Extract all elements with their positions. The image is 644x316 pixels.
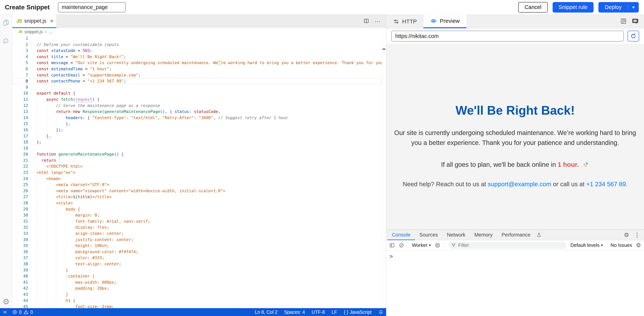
search-icon[interactable] — [2, 37, 10, 46]
devtools-tab-network[interactable]: Network — [442, 230, 470, 240]
code-line-31[interactable]: 31font-family: Arial, sans-serif; — [12, 218, 382, 225]
docs-book-icon[interactable] — [620, 18, 627, 25]
code-line-42[interactable]: 42padding: 20px; — [12, 285, 382, 291]
console-output[interactable]: > — [386, 250, 644, 316]
code-line-12[interactable]: 12// Serve the maintenance page as a res… — [12, 103, 382, 109]
devtools-tab-performance[interactable]: Performance — [497, 230, 535, 240]
code-line-25[interactable]: 25<meta charset="UTF-8"> — [12, 182, 382, 188]
code-line-40[interactable]: 40.container { — [12, 273, 382, 279]
deploy-dropdown-button[interactable]: ▾ — [628, 5, 639, 10]
editor-scrollbar[interactable] — [382, 36, 386, 308]
cancel-button[interactable]: Cancel — [518, 2, 548, 13]
settings-gear-icon[interactable]: ⚙ — [2, 297, 10, 306]
code-editor[interactable]: 12// Define your customizable inputs3con… — [12, 36, 386, 308]
devtools-menu-icon[interactable]: ⋮ — [634, 232, 640, 238]
deploy-button[interactable]: Deploy — [598, 4, 628, 10]
code-line-19[interactable]: 19 — [12, 145, 382, 151]
code-line-10[interactable]: 10export default { — [12, 90, 382, 97]
code-line-1[interactable]: 1 — [12, 36, 382, 42]
code-line-15[interactable]: 15}, — [12, 121, 382, 127]
support-chat-icon[interactable] — [632, 18, 639, 26]
line-number: 7 — [12, 72, 37, 78]
code-line-35[interactable]: 35height: 100vh; — [12, 243, 382, 249]
code-line-9[interactable]: 9 — [12, 84, 382, 91]
code-line-38[interactable]: 38text-align: center; — [12, 261, 382, 267]
code-line-29[interactable]: 29body { — [12, 206, 382, 212]
breadcrumb-file[interactable]: snippet.js — [24, 29, 42, 35]
console-prompt-chevron[interactable]: > — [390, 253, 393, 259]
snippet-rule-button[interactable]: Snippet rule — [552, 2, 594, 13]
indentation[interactable]: Spaces: 4 — [284, 309, 305, 315]
code-line-43[interactable]: 43} — [12, 291, 382, 298]
code-line-27[interactable]: 27<title>${title}</title> — [12, 194, 382, 200]
code-line-33[interactable]: 33align-items: center; — [12, 230, 382, 237]
code-line-11[interactable]: 11async fetch(request) { — [12, 97, 382, 103]
code-line-14[interactable]: 14headers: { "Content-Type": "text/html"… — [12, 115, 382, 121]
breadcrumb[interactable]: JS snippet.js › … — [12, 28, 386, 36]
devtools-settings-icon[interactable]: ⚙ — [624, 232, 629, 238]
code-line-3[interactable]: 3const statusCode = 503; — [12, 48, 382, 54]
problems-indicator[interactable]: 0 0 — [12, 309, 33, 315]
code-line-36[interactable]: 36background-color: #f4f4f4; — [12, 249, 382, 255]
line-content — [37, 145, 382, 151]
execution-context-dropdown[interactable]: Worker ▾ — [412, 242, 431, 248]
code-line-34[interactable]: 34justify-content: center; — [12, 237, 382, 243]
eol-type[interactable]: LF — [332, 309, 337, 315]
code-line-20[interactable]: 20function generateMaintenancePage() { — [12, 151, 382, 157]
code-line-5[interactable]: 5const message = "Our site is currently … — [12, 60, 382, 66]
code-line-32[interactable]: 32display: flex; — [12, 224, 382, 230]
code-token — [192, 109, 194, 114]
remote-indicator[interactable] — [2, 310, 8, 314]
split-editor-icon[interactable] — [363, 18, 369, 25]
code-line-44[interactable]: 44h1 { — [12, 298, 382, 304]
code-line-21[interactable]: 21 return ` — [12, 157, 382, 164]
tab-preview[interactable]: Preview — [424, 15, 466, 28]
performance-flask-icon[interactable] — [535, 230, 543, 240]
language-mode[interactable]: { } JavaScript — [344, 309, 372, 315]
notifications-bell-icon[interactable] — [378, 309, 384, 315]
code-line-45[interactable]: 45font-size: 2rem; — [12, 304, 382, 308]
code-line-30[interactable]: 30margin: 0; — [12, 212, 382, 218]
devtools-tab-memory[interactable]: Memory — [470, 230, 497, 240]
code-line-8[interactable]: 8const contactPhone = "+1 234 567 89"; — [12, 78, 382, 84]
clear-console-icon[interactable] — [398, 242, 404, 248]
log-levels-dropdown[interactable]: Default levels ▾ — [570, 242, 603, 248]
support-email-link[interactable]: support@example.com — [488, 181, 551, 188]
code-line-16[interactable]: 16}); — [12, 127, 382, 133]
preview-url-input[interactable] — [391, 31, 624, 42]
code-line-2[interactable]: 2// Define your customizable inputs — [12, 42, 382, 48]
console-filter-input[interactable]: Filter — [448, 242, 567, 249]
code-line-18[interactable]: 18}; — [12, 139, 382, 145]
code-line-37[interactable]: 37color: #333; — [12, 255, 382, 261]
breadcrumb-more[interactable]: … — [48, 29, 53, 35]
snippet-name-input[interactable] — [58, 2, 126, 12]
files-icon[interactable] — [2, 19, 10, 27]
issues-counter[interactable]: No Issues — [610, 242, 632, 248]
code-line-23[interactable]: 23<html lang="en"> — [12, 170, 382, 176]
code-line-17[interactable]: 17}, — [12, 133, 382, 139]
live-expression-eye-icon[interactable] — [434, 242, 440, 248]
devtools-tab-console[interactable]: Console — [388, 230, 415, 240]
refresh-button[interactable] — [628, 31, 639, 42]
code-line-13[interactable]: 13return new Response(generateMaintenanc… — [12, 109, 382, 115]
code-line-28[interactable]: 28<style> — [12, 200, 382, 206]
code-line-4[interactable]: 4const title = "We'll Be Right Back!"; — [12, 54, 382, 60]
console-settings-icon[interactable]: ⚙ — [636, 242, 641, 248]
devtools-tab-sources[interactable]: Sources — [415, 230, 442, 240]
code-line-6[interactable]: 6const estimatedTime = "1 hour"; — [12, 66, 382, 72]
code-line-24[interactable]: 24<head> — [12, 176, 382, 182]
cursor-position[interactable]: Ln 8, Col 2 — [255, 309, 278, 315]
code-line-7[interactable]: 7const contactEmail = "support@example.c… — [12, 72, 382, 78]
tab-close-icon[interactable]: × — [50, 18, 54, 24]
code-line-41[interactable]: 41max-width: 600px; — [12, 279, 382, 285]
tab-http[interactable]: HTTP — [386, 15, 424, 28]
console-sidebar-toggle-icon[interactable] — [389, 242, 395, 248]
phone-link[interactable]: +1 234 567 89 — [586, 181, 626, 188]
code-line-22[interactable]: 22<!DOCTYPE html> — [12, 163, 382, 170]
code-line-39[interactable]: 39} — [12, 267, 382, 273]
more-actions-icon[interactable]: ⋯ — [375, 18, 381, 25]
tab-snippet-js[interactable]: JS snippet.js × — [12, 15, 56, 28]
indent-guide — [37, 163, 46, 170]
code-line-26[interactable]: 26<meta name="viewport" content="width=d… — [12, 188, 382, 194]
encoding[interactable]: UTF-8 — [312, 309, 325, 315]
